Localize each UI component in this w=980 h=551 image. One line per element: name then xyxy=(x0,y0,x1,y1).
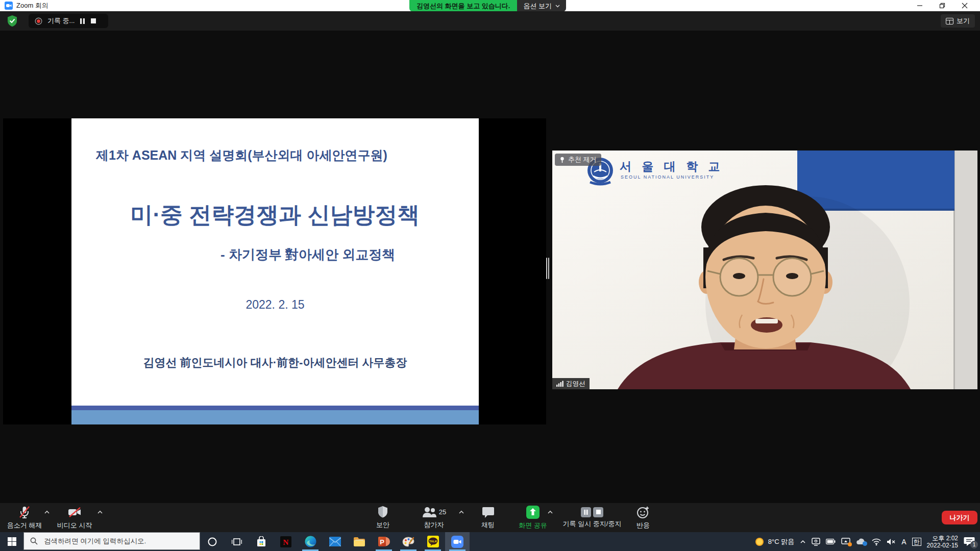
leave-button[interactable]: 나가기 xyxy=(942,511,977,524)
recording-controls-button[interactable]: 기록 일시 중지/중지 xyxy=(557,503,627,532)
participants-count: 25 xyxy=(439,508,446,516)
unmute-button[interactable]: 음소거 해제 xyxy=(4,503,45,532)
powerpoint-icon: P xyxy=(378,536,390,547)
notification-count-badge: 1 xyxy=(970,541,978,548)
chat-bubble-icon xyxy=(482,506,495,518)
security-shield-icon[interactable] xyxy=(7,15,18,27)
microsoft-store-button[interactable] xyxy=(249,532,274,551)
panel-resize-handle[interactable] xyxy=(546,258,550,279)
tray-icon-cast[interactable] xyxy=(841,538,850,545)
tray-icon-onedrive[interactable] xyxy=(856,538,866,545)
slide-title: 미·중 전략경쟁과 신남방정책 xyxy=(71,200,479,230)
recording-indicator: 기록 중... xyxy=(29,14,108,28)
stop-icon[interactable] xyxy=(593,507,603,517)
restore-button[interactable] xyxy=(931,0,953,11)
taskbar-clock[interactable]: 오후 2:02 2022-02-15 xyxy=(927,535,958,549)
netflix-button[interactable]: N xyxy=(274,532,298,551)
restore-icon xyxy=(939,3,945,9)
slide-subtitle: - 차기정부 對아세안 외교정책 xyxy=(220,246,395,264)
powerpoint-button[interactable]: P xyxy=(372,532,396,551)
search-input[interactable] xyxy=(43,537,188,545)
edge-icon xyxy=(305,536,316,547)
share-screen-button[interactable]: 화면 공유 xyxy=(510,503,555,532)
chat-button[interactable]: 채팅 xyxy=(472,503,504,532)
start-button[interactable] xyxy=(0,532,23,551)
camera-off-icon xyxy=(67,506,82,519)
paint-palette-icon xyxy=(402,536,414,547)
university-name-english: SEOUL NATIONAL UNIVERSITY xyxy=(621,174,714,180)
taskbar-app-icons: N P xyxy=(200,532,470,551)
file-explorer-button[interactable] xyxy=(347,532,372,551)
zoom-icon xyxy=(451,536,463,548)
share-status-text: 김영선의 화면을 보고 있습니다. xyxy=(409,0,517,12)
tray-icon-ime-korean[interactable]: 한 xyxy=(912,538,921,546)
start-video-button[interactable]: 비디오 시작 xyxy=(53,503,96,532)
sun-icon xyxy=(754,537,765,547)
cortana-icon xyxy=(207,537,217,547)
weather-widget[interactable]: 8°C 맑음 xyxy=(754,537,794,547)
paint-button[interactable] xyxy=(396,532,421,551)
netflix-icon: N xyxy=(280,536,291,547)
mail-button[interactable] xyxy=(323,532,347,551)
participants-button[interactable]: 25 참가자 xyxy=(411,503,456,532)
task-view-icon xyxy=(232,537,242,547)
share-screen-icon xyxy=(526,506,540,519)
pause-recording-icon[interactable] xyxy=(80,18,85,24)
signal-bars-icon xyxy=(556,381,564,387)
slide-accent-bar-light xyxy=(71,410,479,424)
tray-icon-battery[interactable] xyxy=(826,539,836,544)
slide-event-line: 제1차 ASEAN 지역 설명회(부산외대 아세안연구원) xyxy=(96,147,387,164)
pin-icon xyxy=(559,157,565,163)
taskbar-search[interactable] xyxy=(23,532,200,550)
zoom-toolbar: 음소거 해제 비디오 시작 보안 25 참가자 xyxy=(0,503,980,532)
grid-view-icon xyxy=(946,18,953,24)
recording-label: 기록 중... xyxy=(47,16,75,26)
share-options-caret[interactable] xyxy=(547,510,553,514)
chevron-down-icon xyxy=(555,5,560,8)
tray-icon-volume-muted[interactable] xyxy=(887,538,896,545)
view-options-button[interactable]: 옵션 보기 xyxy=(517,0,566,12)
participant-name: 김영선 xyxy=(566,380,585,388)
participant-name-tag: 김영선 xyxy=(552,378,590,389)
speaker-video-tile: 서 울 대 학 교 SEOUL NATIONAL UNIVERSITY 추천 제… xyxy=(552,151,977,389)
tray-icon-monitor[interactable] xyxy=(812,538,820,546)
task-view-button[interactable] xyxy=(225,532,249,551)
view-button[interactable]: 보기 xyxy=(941,14,975,28)
pause-icon[interactable] xyxy=(581,507,591,517)
action-center-button[interactable]: 1 xyxy=(964,537,976,547)
reactions-button[interactable]: 반응 xyxy=(627,503,659,532)
microphone-muted-icon xyxy=(18,506,31,519)
remove-spotlight-button[interactable]: 추천 제거 xyxy=(555,154,601,166)
svg-text:N: N xyxy=(283,538,289,546)
minimize-button[interactable] xyxy=(909,0,931,11)
slide-accent-bar-dark xyxy=(71,406,479,410)
zoom-taskbar-button[interactable] xyxy=(445,532,470,551)
weather-text: 8°C 맑음 xyxy=(768,537,794,546)
participants-caret[interactable] xyxy=(458,510,464,514)
security-button[interactable]: 보안 xyxy=(366,503,399,532)
tray-icon-ime-english[interactable]: A xyxy=(901,538,906,546)
smiley-plus-icon xyxy=(636,506,650,519)
kakaotalk-icon: TALK xyxy=(427,536,439,547)
windows-logo-icon xyxy=(8,537,16,546)
cortana-button[interactable] xyxy=(200,532,225,551)
window-title: Zoom 회의 xyxy=(16,0,48,11)
svg-text:P: P xyxy=(380,538,384,546)
shield-icon xyxy=(377,506,388,518)
speaker-portrait xyxy=(552,151,977,389)
video-options-caret[interactable] xyxy=(97,510,103,514)
mail-icon xyxy=(329,537,341,546)
record-dot-icon xyxy=(35,17,42,25)
audio-options-caret[interactable] xyxy=(44,510,50,514)
system-tray: 8°C 맑음 A 한 오후 2:02 2022-02-15 xyxy=(754,532,980,551)
participants-icon xyxy=(422,506,437,518)
close-button[interactable] xyxy=(953,0,976,11)
clock-time: 오후 2:02 xyxy=(927,535,958,542)
presentation-slide: 제1차 ASEAN 지역 설명회(부산외대 아세안연구원) 미·중 전략경쟁과 … xyxy=(71,118,479,424)
kakaotalk-button[interactable]: TALK xyxy=(421,532,445,551)
tray-icon-wifi[interactable] xyxy=(872,538,881,545)
stop-recording-icon[interactable] xyxy=(90,18,96,24)
edge-button[interactable] xyxy=(298,532,323,551)
hidden-icons-caret[interactable] xyxy=(800,540,806,544)
slide-date: 2022. 2. 15 xyxy=(71,298,479,312)
